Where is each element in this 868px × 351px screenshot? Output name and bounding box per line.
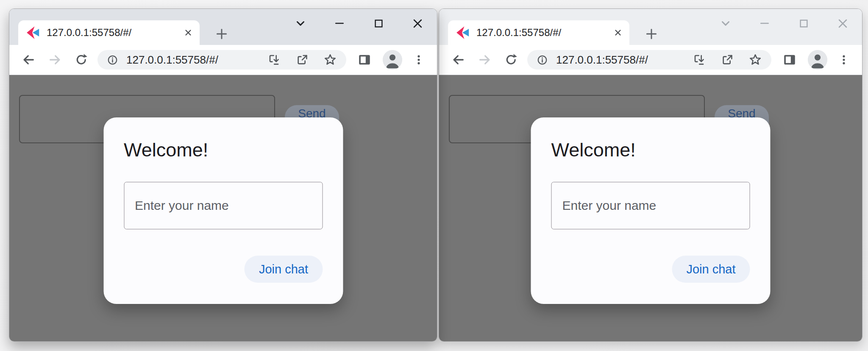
name-input[interactable]: [551, 182, 750, 229]
maximize-icon[interactable]: [784, 12, 823, 34]
url-text[interactable]: 127.0.0.1:55758/#/: [556, 53, 678, 67]
share-icon[interactable]: [721, 53, 734, 67]
dialog-title: Welcome!: [124, 139, 323, 161]
profile-avatar-icon[interactable]: [383, 50, 402, 70]
minimize-icon[interactable]: [745, 12, 784, 34]
reload-icon[interactable]: [504, 53, 519, 67]
site-info-icon[interactable]: [537, 54, 548, 66]
name-input[interactable]: [124, 182, 323, 229]
tab-title: 127.0.0.1:55758/#/: [476, 27, 611, 39]
tab-title: 127.0.0.1:55758/#/: [47, 27, 181, 39]
dialog-actions: Join chat: [551, 256, 750, 283]
join-chat-button[interactable]: Join chat: [245, 256, 323, 283]
tab-search-chevron-icon[interactable]: [281, 12, 320, 34]
tab-search-chevron-icon[interactable]: [706, 12, 745, 34]
window-controls: [281, 12, 437, 34]
flet-favicon-icon: [26, 26, 40, 39]
dialog-title: Welcome!: [551, 139, 750, 161]
install-app-icon[interactable]: [267, 53, 281, 67]
url-text[interactable]: 127.0.0.1:55758/#/: [126, 53, 253, 67]
window-controls: [706, 12, 862, 34]
maximize-icon[interactable]: [359, 12, 398, 34]
dialog-actions: Join chat: [124, 256, 323, 283]
browser-tab[interactable]: 127.0.0.1:55758/#/: [448, 20, 629, 45]
close-window-icon[interactable]: [398, 12, 437, 34]
flet-favicon-icon: [456, 26, 470, 39]
browser-window-right: 127.0.0.1:55758/#/: [439, 8, 862, 342]
new-tab-button[interactable]: [214, 26, 230, 42]
forward-icon[interactable]: [478, 53, 492, 67]
tab-strip: 127.0.0.1:55758/#/: [439, 9, 862, 45]
side-panel-icon[interactable]: [782, 53, 797, 67]
browser-window-left: 127.0.0.1:55758/#/: [9, 8, 437, 342]
profile-avatar-icon[interactable]: [808, 50, 827, 70]
share-icon[interactable]: [295, 53, 309, 67]
url-bar[interactable]: 127.0.0.1:55758/#/: [527, 50, 771, 70]
minimize-icon[interactable]: [320, 12, 359, 34]
browser-toolbar: 127.0.0.1:55758/#/: [9, 45, 437, 75]
site-info-icon[interactable]: [107, 54, 118, 66]
tab-strip: 127.0.0.1:55758/#/: [9, 9, 437, 45]
close-window-icon[interactable]: [823, 12, 862, 34]
welcome-dialog: Welcome! Join chat: [103, 117, 343, 304]
url-bar[interactable]: 127.0.0.1:55758/#/: [97, 50, 346, 70]
reload-icon[interactable]: [75, 53, 89, 67]
forward-icon[interactable]: [48, 53, 62, 67]
join-chat-button[interactable]: Join chat: [672, 256, 750, 283]
back-icon[interactable]: [451, 53, 465, 67]
bookmark-star-icon[interactable]: [323, 53, 337, 67]
tab-close-icon[interactable]: [181, 25, 195, 40]
welcome-dialog: Welcome! Join chat: [531, 117, 771, 304]
back-icon[interactable]: [21, 53, 36, 67]
page-content-scrim: Send Welcome! Join chat: [9, 75, 437, 341]
side-panel-icon[interactable]: [357, 53, 372, 67]
kebab-menu-icon[interactable]: [838, 53, 849, 67]
kebab-menu-icon[interactable]: [413, 53, 424, 67]
install-app-icon[interactable]: [693, 53, 706, 67]
bookmark-star-icon[interactable]: [748, 53, 762, 67]
browser-tab[interactable]: 127.0.0.1:55758/#/: [18, 20, 200, 45]
new-tab-button[interactable]: [643, 26, 659, 42]
tab-close-icon[interactable]: [611, 25, 625, 40]
page-content-scrim: Send Welcome! Join chat: [439, 75, 862, 341]
browser-toolbar: 127.0.0.1:55758/#/: [439, 45, 862, 75]
